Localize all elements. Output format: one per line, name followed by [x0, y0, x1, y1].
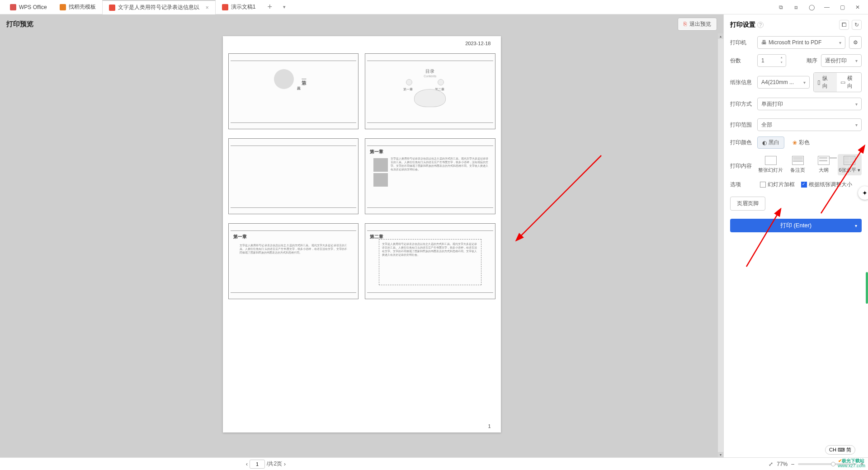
content-label: 打印内容	[730, 162, 754, 170]
chevron-down-icon: ▾	[803, 80, 806, 85]
header-footer-button[interactable]: 页眉页脚	[730, 197, 765, 211]
title-tabbar: WPS Office 找稻壳模板 文字是人类用符号记录表达信息以 × 演示文稿1…	[0, 0, 868, 14]
color-icon: ❀	[793, 140, 797, 146]
method-value: 单面打印	[761, 100, 783, 108]
preview-header: 打印预览 ⎘ 退出预览	[0, 14, 723, 33]
tab-template-label: 找稻壳模板	[69, 3, 96, 11]
portrait-icon: ▯	[817, 79, 821, 85]
page-navigator: ‹ /共2页 ›	[246, 460, 286, 469]
zoom-out-icon[interactable]: –	[791, 461, 794, 467]
tab-document[interactable]: 文字是人类用符号记录表达信息以 ×	[102, 0, 216, 14]
orientation-landscape[interactable]: ▭横向	[837, 73, 861, 92]
tab-wps-label: WPS Office	[19, 4, 47, 10]
range-value: 全部	[761, 121, 772, 129]
exit-preview-button[interactable]: ⎘ 退出预览	[678, 18, 717, 31]
slide-thumb-5: 第一章 文字是人类用符号记录表达信息以传之久远的方式和工具。现代文字大多是记录语…	[228, 223, 359, 299]
new-tab-button[interactable]: +	[262, 2, 278, 12]
ai-assistant-icon[interactable]: ✦	[858, 186, 868, 200]
order-label: 顺序	[807, 57, 817, 65]
content-outline[interactable]: 大纲	[811, 154, 835, 175]
printer-settings-icon[interactable]: ⚙	[849, 36, 862, 49]
preview-panel: 打印预览 ⎘ 退出预览 2023-12-18 1 第一章	[0, 14, 723, 457]
page-total: /共2页	[267, 460, 282, 468]
fit-icon[interactable]: ⤢	[769, 461, 773, 467]
color-label: 打印颜色	[730, 139, 754, 146]
annotation-arrow-3	[733, 208, 787, 271]
method-label: 打印方式	[730, 100, 754, 108]
vertical-scrollbar[interactable]: ▴ ▾	[718, 33, 723, 457]
print-settings-panel: 打印设置 ? ⧠ ↻ 打印机 🖶 Microsoft Print to PDF …	[723, 14, 868, 457]
order-value: 逐份打印	[825, 57, 847, 65]
close-icon[interactable]: ×	[206, 5, 209, 11]
spin-down-icon[interactable]: ▾	[778, 61, 785, 66]
tab-document-label: 文字是人类用符号记录表达信息以	[118, 4, 199, 11]
close-button[interactable]: ✕	[851, 2, 864, 13]
chevron-down-icon[interactable]: ▾	[855, 223, 857, 228]
status-bar: ‹ /共2页 › ⤢ 77% – +	[0, 457, 868, 470]
watermark: ✔极光下载站 www.xz7.com	[838, 458, 865, 468]
sidebar-toggle-icon[interactable]: ⧉	[774, 2, 788, 13]
main-area: 打印预览 ⎘ 退出预览 2023-12-18 1 第一章	[0, 14, 868, 457]
opt-frame-checkbox[interactable]: 幻灯片加框	[760, 181, 795, 188]
method-select[interactable]: 单面打印 ▾	[757, 98, 862, 110]
spin-up-icon[interactable]: ▴	[778, 56, 785, 61]
bw-icon: ◐	[762, 140, 767, 146]
page-date: 2023-12-18	[465, 41, 491, 46]
avatar-icon[interactable]: ◯	[805, 2, 818, 13]
ppt-icon	[222, 4, 228, 10]
color-color-option[interactable]: ❀彩色	[788, 137, 814, 148]
preview-page: 2023-12-18 1 第一章 标题人	[223, 36, 501, 432]
minimize-button[interactable]: —	[820, 2, 834, 13]
content-full-slide[interactable]: 整张幻灯片	[757, 154, 784, 175]
template-icon	[60, 4, 66, 10]
page-prev-icon[interactable]: ‹	[246, 461, 248, 467]
thumbnail-grid: 第一章 标题人 目录 Contents 第一章 第二章	[228, 53, 495, 299]
printer-value: Microsoft Print to PDF	[769, 39, 821, 46]
content-notes[interactable]: 备注页	[786, 154, 810, 175]
color-bw-option[interactable]: ◐黑白	[757, 136, 784, 149]
svg-line-0	[520, 155, 601, 237]
orientation-toggle[interactable]: ▯纵向 ▭横向	[813, 72, 862, 92]
paper-label: 纸张信息	[730, 79, 754, 86]
preview-canvas[interactable]: 2023-12-18 1 第一章 标题人	[0, 33, 723, 457]
chevron-down-icon: ▾	[855, 122, 858, 127]
help-icon[interactable]: ?	[757, 22, 764, 28]
tab-template[interactable]: 找稻壳模板	[53, 0, 102, 14]
scroll-up-icon[interactable]: ▴	[718, 33, 723, 39]
exit-icon: ⎘	[684, 21, 687, 27]
maximize-button[interactable]: ▢	[835, 2, 849, 13]
page-current-input[interactable]	[250, 460, 265, 469]
settings-title: 打印设置	[730, 21, 755, 29]
printer-select[interactable]: 🖶 Microsoft Print to PDF ▾	[757, 36, 845, 49]
opt-fit-checkbox[interactable]: 根据纸张调整大小	[801, 181, 852, 188]
layout-icon[interactable]: ⧠	[839, 20, 849, 30]
ppt-icon	[109, 5, 115, 11]
slide-thumb-3	[228, 138, 359, 214]
tab-presentation-label: 演示文稿1	[231, 3, 256, 11]
paper-select[interactable]: A4(210mm ... ▾	[757, 76, 810, 89]
copies-value: 1	[761, 57, 764, 64]
tab-wps[interactable]: WPS Office	[4, 0, 53, 14]
copies-input[interactable]: 1 ▴▾	[757, 54, 786, 67]
print-button[interactable]: 打印 (Enter) ▾	[730, 219, 862, 232]
page-number: 1	[488, 423, 491, 429]
wps-logo-icon	[10, 4, 16, 10]
refresh-icon[interactable]: ↻	[852, 20, 862, 30]
window-controls: ⧉ ⧈ ◯ — ▢ ✕	[774, 2, 868, 13]
slide-thumb-2: 目录 Contents 第一章 第二章	[365, 53, 495, 129]
cube-icon[interactable]: ⧈	[789, 2, 803, 13]
printer-label: 打印机	[730, 39, 754, 47]
content-handout[interactable]: 6张水平 ▾	[838, 154, 862, 175]
orientation-portrait[interactable]: ▯纵向	[814, 73, 837, 92]
page-next-icon[interactable]: ›	[284, 461, 286, 467]
tab-presentation[interactable]: 演示文稿1	[216, 0, 262, 14]
slide-thumb-4: 第一章 文字是人类用符号记录表达信息以传之久远的方式和工具。现代文字大多是记录语…	[365, 138, 495, 214]
options-label: 选项	[730, 181, 754, 188]
order-select[interactable]: 逐份打印 ▾	[821, 54, 862, 67]
scroll-down-icon[interactable]: ▾	[718, 452, 723, 457]
printer-icon: 🖶	[761, 39, 767, 46]
ime-indicator[interactable]: CH ⌨ 简	[825, 445, 855, 455]
tab-menu-button[interactable]: ▾	[278, 4, 291, 10]
zoom-slider-knob[interactable]	[831, 462, 835, 466]
range-select[interactable]: 全部 ▾	[757, 118, 862, 131]
